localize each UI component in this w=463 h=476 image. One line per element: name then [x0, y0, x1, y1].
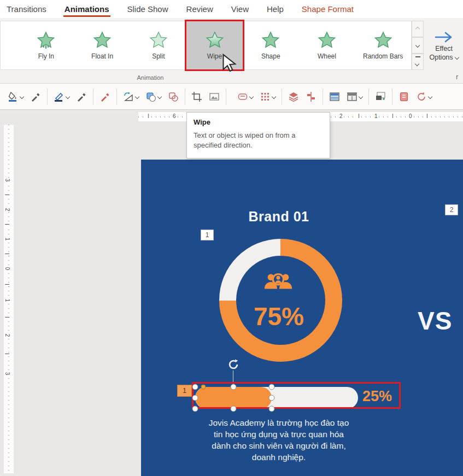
eyedropper-button[interactable] — [27, 87, 44, 107]
animation-group-label: Animation — [126, 74, 175, 81]
reset-button[interactable] — [413, 87, 435, 107]
screenshot-icon — [375, 91, 386, 102]
selection-handle-bottom-center[interactable] — [231, 406, 237, 412]
animation-label: Float In — [91, 52, 113, 60]
animation-wipe[interactable]: Wipe — [186, 21, 243, 69]
align-center-icon — [306, 91, 317, 102]
crop-button[interactable] — [188, 87, 206, 107]
selection-handle-top-center[interactable] — [231, 384, 237, 390]
notebook-button[interactable] — [395, 87, 413, 107]
toolbar-separator — [323, 89, 323, 105]
ribbon-tab-bar: Transitions Animations Slide Show Review… — [0, 0, 463, 18]
color-picker-button[interactable] — [96, 87, 114, 107]
animation-number-badge-donut[interactable]: 1 — [201, 230, 214, 240]
align-center-button[interactable] — [302, 87, 320, 107]
tab-animations[interactable]: Animations — [63, 1, 110, 17]
gallery-scroll-up-button[interactable] — [412, 21, 424, 37]
tab-view[interactable]: View — [230, 1, 250, 17]
selection-handle-top-left[interactable] — [192, 384, 198, 390]
bar-percent-label[interactable]: 25% — [362, 388, 392, 405]
slide-canvas[interactable]: Brand 01 1 2 75% VS — [141, 160, 463, 476]
powerpoint-window: Transitions Animations Slide Show Review… — [0, 0, 463, 476]
wipe-tooltip: Wipe Text or object is wiped on from a s… — [186, 112, 330, 158]
rotate-handle-icon[interactable] — [227, 359, 239, 371]
gallery-scroll-down-button[interactable] — [412, 37, 424, 54]
editing-workspace: I 6 2 I 1 I 0 I 3 I 2 I 1 I 0 I 1 I 2 I … — [0, 110, 463, 476]
effect-options-button[interactable]: Effect Options — [425, 22, 462, 69]
star-icon — [149, 31, 168, 50]
change-shape-button[interactable] — [120, 87, 142, 107]
animation-label: Shape — [261, 52, 280, 60]
eyedropper2-button[interactable] — [73, 87, 90, 107]
table-header-button[interactable] — [326, 87, 343, 107]
ruler-mark: I — [391, 113, 395, 119]
merge-shapes-button[interactable] — [165, 87, 182, 107]
donut-percent-label[interactable]: 75% — [224, 302, 333, 331]
tab-shape-format[interactable]: Shape Format — [301, 1, 355, 17]
animation-random-bars[interactable]: Random Bars — [355, 21, 411, 69]
toolbar-separator — [47, 89, 48, 105]
selection-handle-top-right[interactable] — [269, 384, 275, 390]
toolbar-separator — [282, 89, 282, 105]
animation-label: Random Bars — [363, 52, 403, 60]
toolbar-separator — [116, 89, 117, 105]
ruler-mark: I — [4, 193, 10, 196]
notebook-icon — [398, 91, 409, 102]
animation-gallery: Fly In Float In Split Wipe — [0, 21, 412, 70]
tab-help[interactable]: Help — [266, 1, 285, 17]
shape-adjust-handle[interactable] — [201, 385, 206, 390]
star-icon — [317, 31, 337, 50]
gallery-more-button[interactable] — [412, 54, 424, 70]
tooltip-title: Wipe — [194, 118, 323, 126]
animation-shape[interactable]: Shape — [243, 21, 299, 69]
ruler-mark: 2 — [4, 208, 10, 212]
slide-description[interactable]: Jovis Academy là trường học đào tạo tin … — [179, 417, 378, 463]
reset-refresh-icon — [416, 91, 427, 102]
edit-shape-button[interactable] — [142, 87, 165, 107]
outline-color-button[interactable] — [50, 87, 73, 107]
fill-color-button[interactable] — [4, 87, 27, 107]
audience-search-icon — [262, 271, 294, 294]
animation-float-in[interactable]: Float In — [74, 21, 131, 69]
merge-shapes-icon — [168, 91, 179, 102]
animation-wheel[interactable]: Wheel — [299, 21, 355, 69]
animation-fly-in[interactable]: Fly In — [18, 21, 74, 69]
selection-handle-mid-left[interactable] — [192, 395, 198, 401]
vs-label[interactable]: VS — [418, 306, 452, 336]
tab-transitions[interactable]: Transitions — [5, 1, 48, 17]
table-split-button[interactable] — [343, 87, 366, 107]
grid-dots-button[interactable] — [256, 87, 279, 107]
selection-handle-bottom-left[interactable] — [192, 406, 198, 412]
mouse-cursor-icon — [219, 53, 239, 73]
animation-split[interactable]: Split — [130, 21, 186, 69]
gallery-scroll-strip — [412, 21, 424, 70]
ruler-mark: 6 — [172, 113, 177, 119]
toolbar-separator — [368, 89, 369, 105]
crop-icon — [191, 91, 202, 102]
donut-chart-hole — [236, 256, 325, 345]
description-line: Jovis Academy là trường học đào tạo — [179, 417, 378, 428]
effect-options-line1: Effect — [435, 45, 453, 52]
selection-handle-bottom-right[interactable] — [269, 406, 275, 412]
tab-review[interactable]: Review — [185, 1, 214, 17]
description-line: doanh nghiệp. — [179, 451, 378, 463]
ruler-mark: I — [425, 113, 429, 119]
ruler-mark: 1 — [373, 113, 379, 119]
3d-effects-button[interactable] — [234, 87, 256, 107]
fly-in-motion-lines — [43, 45, 49, 49]
edit-shape-icon — [145, 91, 156, 102]
selection-handle-mid-right[interactable] — [269, 395, 275, 401]
vertical-ruler[interactable]: 3 I 2 I 1 I 0 I 1 I 2 I 3 — [4, 125, 14, 473]
animation-number-badge-right[interactable]: 2 — [445, 204, 458, 215]
tab-slide-show[interactable]: Slide Show — [126, 1, 169, 17]
slide-title[interactable]: Brand 01 — [196, 209, 362, 225]
star-icon — [92, 31, 112, 50]
animation-number-badge-bar[interactable]: 1 — [177, 385, 192, 397]
eyedropper-icon — [30, 91, 41, 102]
ruler-mark: I — [4, 283, 10, 286]
picture-icon — [209, 91, 220, 102]
layers-button[interactable] — [285, 87, 302, 107]
screenshot-button[interactable] — [372, 87, 389, 107]
description-line: tin học ứng dụng và trực quan hóa — [179, 428, 378, 440]
picture-button[interactable] — [206, 87, 223, 107]
